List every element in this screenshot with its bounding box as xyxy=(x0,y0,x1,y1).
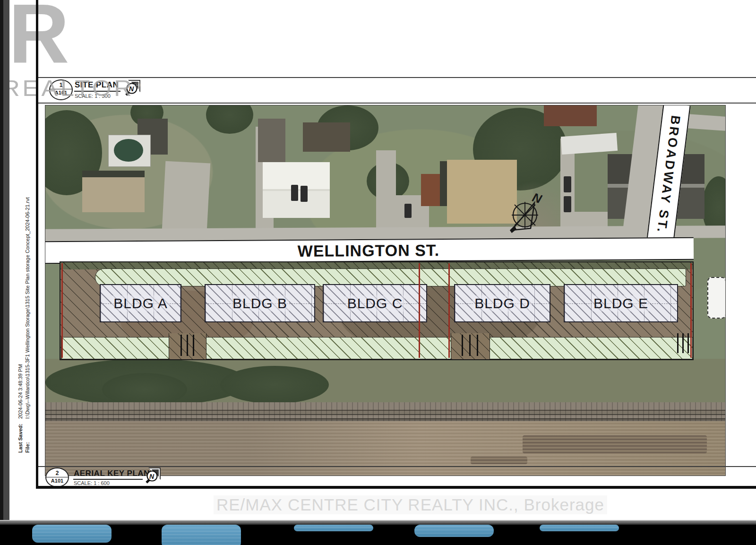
tick-mark xyxy=(193,335,194,356)
building-label: BLDG E xyxy=(592,295,650,311)
gallery-thumbnail[interactable] xyxy=(414,525,494,537)
realtor-watermark-text: REALTOR xyxy=(2,75,134,101)
view-scale: SCALE: 1 : 600 xyxy=(74,480,110,486)
tree xyxy=(206,105,253,134)
window-edge-strip xyxy=(0,0,9,524)
railway-tracks xyxy=(45,402,725,421)
building-e: BLDG E xyxy=(564,284,678,322)
north-compass-icon: N xyxy=(506,190,549,234)
building-label: BLDG C xyxy=(345,295,405,311)
building-d: BLDG D xyxy=(454,284,550,322)
view-number: 2 xyxy=(46,468,68,477)
wood-debris xyxy=(523,435,707,453)
gallery-thumbnail[interactable] xyxy=(540,525,619,531)
property-line-red xyxy=(690,263,692,358)
vegetation-mass xyxy=(102,373,187,406)
last-saved-row: Last Saved:2024-06-24 3:48:39 PM xyxy=(17,195,24,453)
gallery-thumbnail[interactable] xyxy=(32,525,112,543)
north-indicator-icon: N xyxy=(144,466,162,485)
building-a: BLDG A xyxy=(100,284,181,322)
building-label: BLDG B xyxy=(231,295,289,311)
car xyxy=(404,204,412,218)
tick-mark xyxy=(187,335,188,356)
driveway xyxy=(376,150,396,240)
file-info-block: Last Saved:2024-06-24 3:48:39 PM File:I:… xyxy=(17,195,31,453)
gallery-thumbnail[interactable] xyxy=(162,525,241,545)
pool xyxy=(114,139,143,162)
garage-roof xyxy=(303,122,350,152)
titleblock-line-bottom xyxy=(38,103,756,104)
svg-text:N: N xyxy=(531,190,544,207)
property-line-red xyxy=(61,263,63,358)
building-label: BLDG D xyxy=(472,295,532,311)
realtor-logo-r: R xyxy=(9,0,69,81)
sheet-border-bottom xyxy=(36,486,756,489)
registered-mark: ® xyxy=(134,81,143,89)
building-b: BLDG B xyxy=(205,284,315,322)
property-line-red xyxy=(419,263,420,358)
realtor-watermark: REALTOR® xyxy=(2,75,143,101)
tick-mark xyxy=(677,333,679,353)
shed-roof xyxy=(258,119,285,162)
wood-debris xyxy=(471,457,527,464)
page: { "watermarks": { "brand_r": "R", "realt… xyxy=(0,0,756,545)
view-title-aerial-key-plan: AERIAL KEY PLAN xyxy=(74,469,150,478)
file-path-value: I:\Dwg\--Willardco\1315-3F1 Wellington S… xyxy=(25,197,30,419)
house-roof-brown xyxy=(544,105,597,126)
tick-mark xyxy=(682,333,684,353)
bottom-divider-bar xyxy=(0,520,756,525)
car xyxy=(291,185,298,201)
brokerage-watermark: RE/MAX CENTRE CITY REALTY INC., Brokerag… xyxy=(214,495,607,514)
last-saved-label: Last Saved: xyxy=(17,419,24,453)
aerial-photo: BROADWAY ST. WELLINGTON ST. N xyxy=(45,105,726,476)
file-label: File: xyxy=(24,419,31,453)
thumbnail-bar xyxy=(0,525,756,545)
rear-access-notch xyxy=(451,333,490,359)
tick-mark xyxy=(477,335,478,356)
tick-mark xyxy=(687,333,689,353)
house-roof-white xyxy=(561,133,618,155)
vegetation-mass xyxy=(220,366,329,404)
title-underline xyxy=(73,479,143,480)
tick-mark xyxy=(180,335,182,356)
car xyxy=(564,196,571,212)
property-line-red xyxy=(448,263,450,358)
tick-mark xyxy=(462,335,463,356)
building-c: BLDG C xyxy=(323,284,427,322)
site-plan-overlay: BLDG ABLDG BBLDG CBLDG DBLDG E xyxy=(60,261,694,360)
existing-building-outline xyxy=(707,277,726,319)
car xyxy=(564,176,571,192)
house-roof xyxy=(82,177,145,212)
gallery-thumbnail[interactable] xyxy=(294,525,373,531)
wellington-street-band: WELLINGTON ST. xyxy=(45,237,694,264)
file-row: File:I:\Dwg\--Willardco\1315-3F1 Welling… xyxy=(24,195,31,453)
svg-text:N: N xyxy=(149,473,155,480)
scrub-vegetation xyxy=(45,359,725,402)
landscape-strip-rear xyxy=(61,337,693,359)
wellington-street-label: WELLINGTON ST. xyxy=(298,241,440,260)
titleblock-line-top xyxy=(38,77,756,78)
sheet-number: A101 xyxy=(46,477,68,484)
car xyxy=(301,186,308,202)
last-saved-value: 2024-06-24 3:48:39 PM xyxy=(17,364,23,419)
viewport-tag-2: 2 A101 xyxy=(45,467,69,487)
building-label: BLDG A xyxy=(112,295,169,311)
sheet-border-left xyxy=(36,0,38,489)
tick-mark xyxy=(469,335,471,356)
